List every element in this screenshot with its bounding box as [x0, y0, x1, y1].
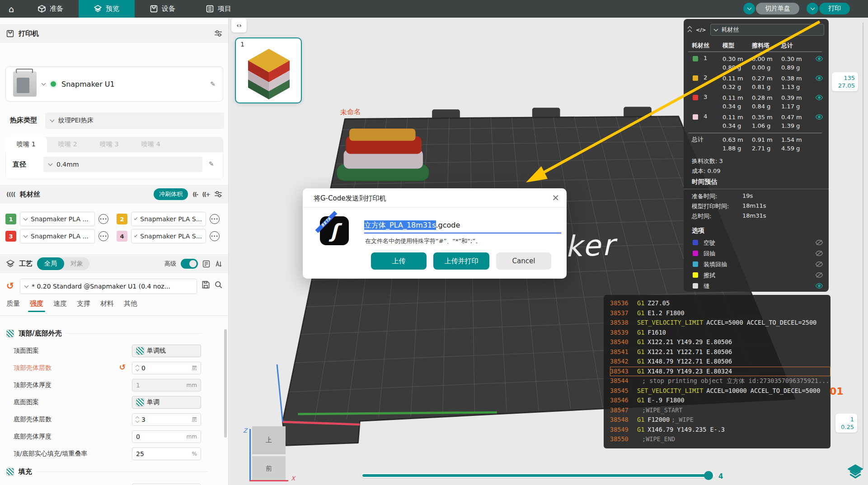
gcode-line[interactable]: 38547;WIPE_START — [610, 406, 830, 415]
plate-thumbnail[interactable]: 1 — [235, 37, 302, 103]
gcode-line[interactable]: 38543G1X148.79 Y149.23 E.80324 — [610, 367, 830, 377]
process-tab[interactable]: 材料 — [100, 299, 114, 312]
process-tab[interactable]: 速度 — [53, 299, 67, 312]
visibility-toggle-icon[interactable] — [815, 261, 823, 269]
eye-icon[interactable] — [815, 75, 823, 83]
printed-object[interactable] — [337, 129, 429, 181]
gcode-view-toggle-button[interactable]: ‹› — [231, 18, 247, 33]
slice-split-button[interactable]: 切片单盘 — [743, 3, 799, 14]
nozzle-tab[interactable]: 喷嘴 4 — [130, 137, 172, 152]
filename-input[interactable]: 立方体_PLA_18m31s.gcode — [364, 221, 561, 233]
printer-selector-card[interactable]: Snapmaker U1 ✎ — [5, 66, 223, 102]
visibility-toggle-icon[interactable] — [815, 239, 823, 247]
print-dropdown-button[interactable] — [807, 3, 818, 14]
gcode-line[interactable]: 38540G1X122.21 Y149.29 E.80506 — [610, 337, 830, 347]
nozzle-tab[interactable]: 喷嘴 1 — [5, 137, 47, 152]
scope-global-button[interactable]: 全局 — [37, 257, 64, 270]
tab-preview[interactable]: 预览 — [79, 0, 135, 18]
edit-printer-icon[interactable]: ✎ — [210, 80, 216, 88]
filament-color-swatch[interactable]: 4 — [117, 231, 127, 242]
orientation-cube-top[interactable]: 上 — [252, 426, 286, 454]
filament-more-button[interactable]: ··· — [99, 231, 108, 241]
filament-dropdown[interactable]: Snapmaker PLA ... — [20, 229, 95, 243]
filament-color-swatch[interactable]: 2 — [117, 214, 127, 224]
filament-dropdown[interactable]: Snapmaker PLA ... — [20, 212, 95, 226]
advanced-toggle[interactable] — [181, 259, 198, 269]
printer-settings-icon[interactable] — [214, 29, 222, 37]
filament-more-button[interactable]: ··· — [210, 214, 220, 224]
gcode-line[interactable]: 38544; stop printing object 立方体 id:27303… — [610, 376, 830, 386]
move-slider-track[interactable] — [361, 473, 715, 478]
process-tab[interactable]: 质量 — [6, 299, 20, 312]
upload-button[interactable]: 上传 — [371, 252, 427, 270]
reset-profile-icon[interactable]: ↺ — [6, 281, 14, 290]
tab-device[interactable]: 设备 — [135, 0, 191, 18]
gcode-line[interactable]: 38546G1E-.9 F1800 — [610, 396, 830, 406]
upload-and-print-button[interactable]: 上传并打印 — [433, 252, 489, 270]
visibility-toggle-icon[interactable] — [815, 272, 823, 280]
print-button[interactable]: 打印 — [819, 3, 850, 14]
sidebar-scrollbar[interactable] — [224, 329, 227, 438]
filament-dropdown[interactable]: Snapmaker PLA S... — [131, 229, 206, 243]
gcode-line[interactable]: 38550;WIPE_END — [610, 434, 830, 444]
bed-type-dropdown[interactable]: 纹理PEI热床 — [45, 112, 224, 129]
nozzle-tab[interactable]: 喷嘴 3 — [89, 137, 130, 152]
spinner-input[interactable]: 3层 — [132, 413, 201, 426]
cancel-button[interactable]: Cancel — [496, 252, 551, 270]
move-slider-handle[interactable] — [704, 471, 713, 480]
text-input[interactable]: 25% — [132, 448, 201, 460]
layer-slider-min-badge[interactable]: 1 0.25 — [835, 414, 857, 433]
orientation-cube-front[interactable]: 前 — [252, 456, 286, 481]
gcode-line[interactable]: 38545SET_VELOCITY_LIMITACCEL=10000 ACCEL… — [610, 386, 830, 396]
gcode-line[interactable]: 38549G1X146.79 Y149.235 E-.3 — [610, 425, 830, 435]
scope-object-button[interactable]: 对象 — [64, 260, 89, 268]
eye-icon[interactable] — [815, 94, 823, 102]
filament-settings-icon[interactable] — [214, 190, 222, 198]
eye-icon[interactable] — [815, 114, 823, 121]
preset-list-icon[interactable] — [202, 260, 210, 268]
eye-icon[interactable] — [815, 56, 823, 63]
slice-dropdown-button[interactable] — [743, 3, 755, 14]
remove-filament-icon[interactable]: ((- — [192, 191, 197, 198]
gcode-line[interactable]: 38536G1Z27.05 — [610, 298, 830, 308]
filament-more-button[interactable]: ··· — [210, 231, 220, 241]
visibility-toggle-icon[interactable] — [815, 250, 823, 258]
visibility-toggle-icon[interactable] — [815, 283, 823, 290]
filament-color-swatch[interactable]: 1 — [5, 214, 16, 224]
save-profile-icon[interactable] — [202, 280, 210, 289]
code-view-icon[interactable]: </> — [696, 27, 706, 33]
edit-diameter-icon[interactable]: ✎ — [209, 160, 214, 168]
process-tab[interactable]: 其他 — [124, 299, 137, 312]
layer-slider-track[interactable] — [863, 23, 863, 469]
sort-az-icon[interactable] — [215, 260, 222, 268]
gcode-lines-panel[interactable]: 38536G1Z27.05 38537G1E1.2 F1800 38538SET… — [604, 295, 830, 448]
gcode-line[interactable]: 38538SET_VELOCITY_LIMITACCEL=5000 ACCEL_… — [610, 318, 830, 328]
collapse-panel-icon[interactable] — [688, 27, 691, 33]
filament-color-swatch[interactable]: 3 — [5, 231, 16, 242]
text-input[interactable]: 0mm — [132, 430, 201, 443]
print-split-button[interactable]: 打印 — [807, 3, 850, 14]
layer-slider-handle[interactable]: 135 27.05 — [832, 72, 858, 91]
diameter-dropdown[interactable]: 0.4mm — [43, 157, 202, 172]
pattern-dropdown[interactable]: 单调线 — [132, 345, 201, 357]
gcode-line[interactable]: 38548G1F12000;_WIPE — [610, 415, 830, 425]
gcode-line[interactable]: 38539G1F1610 — [610, 328, 830, 338]
slice-button[interactable]: 切片单盘 — [756, 3, 799, 14]
process-profile-dropdown[interactable]: * 0.20 Standard @Snapmaker U1 (0.4 noz..… — [20, 279, 197, 294]
add-filament-icon[interactable]: ((+ — [202, 191, 210, 198]
close-icon[interactable]: × — [552, 192, 559, 203]
home-button[interactable]: ⌂ — [0, 0, 23, 18]
process-tab[interactable]: 强度 — [30, 299, 43, 312]
spinner-arrows[interactable] — [136, 365, 139, 371]
spinner-input[interactable]: 0层 — [132, 362, 201, 374]
stats-mode-dropdown[interactable]: 耗材丝 — [710, 24, 824, 36]
filament-dropdown[interactable]: Snapmaker PLA S... — [131, 212, 206, 226]
gcode-line[interactable]: 38542G1X148.79 Y122.71 E.80506 — [610, 357, 830, 367]
nozzle-tab[interactable]: 喷嘴 2 — [47, 137, 89, 152]
tab-project[interactable]: 项目 — [191, 0, 247, 18]
flush-volume-button[interactable]: 冲刷体积 — [154, 188, 188, 200]
reset-param-icon[interactable]: ↺ — [119, 364, 126, 371]
layers-view-icon[interactable] — [848, 464, 863, 481]
process-tab[interactable]: 支撑 — [77, 299, 90, 312]
gcode-line[interactable]: 38537G1E1.2 F1800 — [610, 308, 830, 318]
